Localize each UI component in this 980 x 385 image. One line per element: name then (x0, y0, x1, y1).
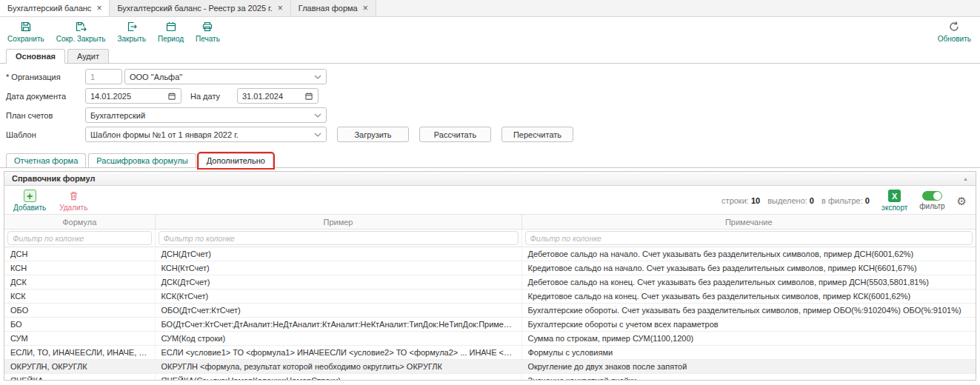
cell-example: ЕСЛИ <условие1> ТО <формула1> ИНАЧЕЕСЛИ … (155, 346, 521, 360)
refresh-button[interactable]: Обновить (938, 21, 971, 43)
period-button[interactable]: Период (158, 21, 184, 43)
window-tab-balance[interactable]: Бухгалтерский баланс × (0, 0, 110, 16)
cell-example: ОКРУГЛН <формула, результат которой необ… (155, 360, 521, 374)
template-select[interactable]: Шаблон формы №1 от 1 января 2022 г. (85, 127, 327, 142)
refresh-label: Обновить (938, 35, 971, 43)
filter-input-note[interactable] (525, 231, 973, 245)
table-row[interactable]: КСК КСК(КтСчет) Кредитовое сальдо на кон… (4, 289, 976, 304)
doc-date-field[interactable]: 14.01.2025 (85, 88, 181, 104)
cell-example: ЯЧЕЙКА(Ссылка:НомерКолонки:НомерСтроки) (155, 374, 521, 381)
table-row[interactable]: БО БО(ДтСчет:КтСчет:ДтАналит:НеДтАналит:… (4, 318, 976, 332)
on-date-value: 31.01.2024 (242, 92, 283, 101)
chevron-down-icon (314, 75, 321, 79)
doc-date-label: Дата документа (6, 92, 85, 101)
save-close-icon (75, 21, 87, 33)
cell-note: Кредитовое сальдо на начало. Счет указыв… (521, 261, 976, 275)
load-button[interactable]: Загрузить (337, 127, 409, 142)
panel-header[interactable]: Справочник формул ▲ (4, 172, 976, 186)
cell-note: Бухгалтерские обороты с учетом всех пара… (521, 318, 976, 332)
recalculate-button[interactable]: Пересчитать (501, 127, 573, 142)
cell-note: Кредитовое сальдо на конец. Счет указыва… (521, 289, 976, 304)
calendar-icon (165, 21, 177, 33)
window-tab-main-form[interactable]: Главная форма × (291, 0, 376, 16)
table-row[interactable]: ОБО ОБО(ДтСчет:КтСчет) Бухгалтерские обо… (4, 304, 976, 318)
column-header-example[interactable]: Пример (155, 215, 521, 230)
calculate-button[interactable]: Рассчитать (419, 127, 491, 142)
print-button[interactable]: Печать (196, 21, 220, 43)
doc-date-value: 14.01.2025 (90, 92, 131, 101)
chevron-down-icon (314, 133, 321, 137)
window-tab-bar: Бухгалтерский баланс × Бухгалтерский бал… (0, 0, 980, 17)
chevron-down-icon (314, 113, 321, 118)
detail-tab-bar: Отчетная форма Расшифровка формулы Допол… (0, 149, 980, 168)
org-select-value: ООО "Альфа" (130, 73, 182, 81)
selected-count-label: выделено: (767, 196, 807, 205)
trash-icon (68, 190, 79, 202)
save-icon (20, 21, 32, 33)
calendar-icon[interactable] (304, 92, 313, 101)
cell-example: ОБО(ДтСчет:КтСчет) (155, 304, 521, 318)
print-label: Печать (196, 35, 220, 43)
filter-input-formula[interactable] (7, 231, 152, 245)
cell-note: Дебетовое сальдо на начало. Счет указыва… (521, 247, 976, 261)
on-date-field[interactable]: 31.01.2024 (237, 88, 319, 104)
filter-input-example[interactable] (159, 231, 519, 245)
export-excel-button[interactable]: X экспорт (881, 190, 908, 212)
formula-reference-panel: Справочник формул ▲ + Добавить Удалить с… (4, 171, 976, 381)
table-row[interactable]: СУМ СУМ(Код строки) Сумма по строкам, пр… (4, 332, 976, 346)
excel-icon: X (888, 190, 901, 202)
save-button[interactable]: Сохранить (7, 21, 44, 43)
window-tab-registry[interactable]: Бухгалтерский баланс - Реестр за 2025 г.… (110, 0, 290, 16)
table-row[interactable]: ОКРУГЛН, ОКРУГЛК ОКРУГЛН <формула, резул… (4, 360, 976, 374)
collapse-icon[interactable]: ▲ (963, 176, 968, 181)
close-button[interactable]: Закрыть (118, 21, 147, 43)
gear-icon[interactable]: ⚙ (957, 195, 967, 207)
selected-count-value: 0 (810, 196, 814, 205)
tab-additional[interactable]: Дополнительно (199, 153, 273, 168)
export-label: экспорт (881, 204, 908, 212)
tab-report-form[interactable]: Отчетная форма (6, 153, 86, 167)
tab-audit[interactable]: Аудит (67, 49, 109, 63)
rows-count-label: строки: (721, 196, 749, 205)
filter-toggle[interactable]: фильтр (919, 191, 944, 210)
delete-label: Удалить (59, 204, 87, 212)
calendar-icon[interactable] (167, 92, 176, 101)
cell-formula: ОКРУГЛН, ОКРУГЛК (4, 360, 155, 374)
table-row[interactable]: КСН КСН(КтСчет) Кредитовое сальдо на нач… (4, 261, 976, 275)
table-row[interactable]: ДСН ДСН(ДтСчет) Дебетовое сальдо на нача… (4, 247, 976, 261)
delete-row-button[interactable]: Удалить (59, 190, 87, 212)
table-row[interactable]: ЕСЛИ, ТО, ИНАЧЕЕСЛИ, ИНАЧЕ, КОНЕЦ ЕСЛИ <… (4, 346, 976, 360)
org-select[interactable]: ООО "Альфа" (124, 69, 327, 84)
table-row[interactable]: ДСК ДСК(ДтСчет) Дебетовое сальдо на коне… (4, 275, 976, 289)
window-tab-label: Бухгалтерский баланс (7, 4, 91, 13)
template-value: Шаблон формы №1 от 1 января 2022 г. (90, 130, 239, 139)
chart-of-accounts-select[interactable]: Бухгалтерский (85, 107, 327, 123)
add-label: Добавить (13, 204, 46, 212)
save-label: Сохранить (7, 35, 44, 43)
save-close-label: Сокр. Закрыть (56, 35, 106, 43)
cell-formula: ЯЧЕЙКА (4, 374, 155, 381)
cell-example: БО(ДтСчет:КтСчет:ДтАналит:НеДтАналит:КтА… (155, 318, 521, 332)
add-row-button[interactable]: + Добавить (13, 190, 46, 212)
toggle-on-icon[interactable] (922, 191, 942, 201)
cell-example: СУМ(Код строки) (155, 332, 521, 346)
close-icon[interactable]: × (363, 4, 368, 13)
close-icon[interactable]: × (278, 4, 283, 13)
main-tab-bar: Основная Аудит (0, 47, 980, 64)
toolbar: Сохранить Сокр. Закрыть Закрыть Период (0, 17, 980, 47)
org-code-field[interactable]: 1 (85, 69, 122, 84)
table-row[interactable]: ЯЧЕЙКА ЯЧЕЙКА(Ссылка:НомерКолонки:НомерС… (4, 374, 976, 381)
formula-table: Формула Пример Примечание ДСН ДСН(ДтСчет… (4, 214, 976, 381)
close-icon[interactable]: × (96, 4, 101, 13)
filter-row (4, 230, 976, 247)
column-header-note[interactable]: Примечание (521, 215, 976, 230)
filter-label: фильтр (919, 202, 944, 210)
save-close-button[interactable]: Сокр. Закрыть (56, 21, 106, 43)
tab-formula-decode[interactable]: Расшифровка формулы (88, 153, 196, 167)
tab-osnovnaya[interactable]: Основная (6, 49, 65, 64)
cell-note: Сумма по строкам, пример СУМ(1100,1200) (521, 332, 976, 346)
column-header-formula[interactable]: Формула (4, 215, 155, 230)
panel-title: Справочник формул (12, 174, 96, 183)
cell-note: Значение конкретной ячейки (521, 374, 976, 381)
document-form: * Организация 1 ООО "Альфа" Дата докумен… (0, 64, 980, 149)
